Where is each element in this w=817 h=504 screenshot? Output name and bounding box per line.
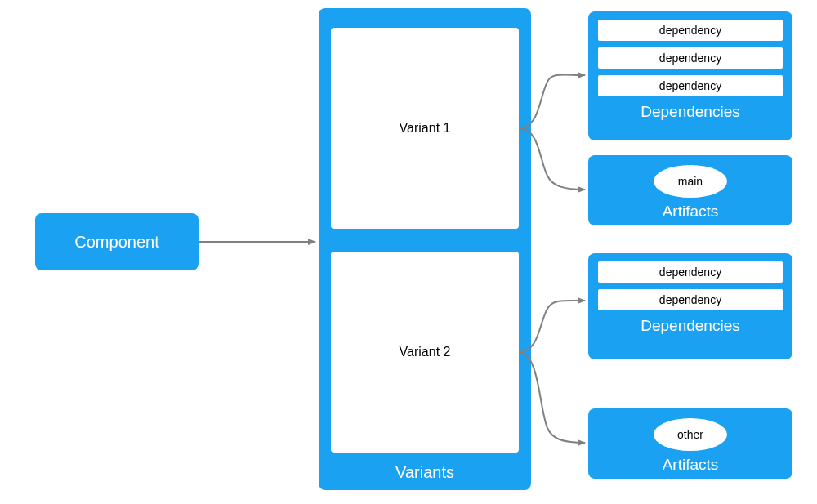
dependencies-1-label: Dependencies xyxy=(598,103,783,121)
dependency-item: dependency xyxy=(598,289,783,310)
artifact-main: main xyxy=(654,165,727,198)
variant-1-label: Variant 1 xyxy=(400,121,451,136)
dependencies-panel-2: dependency dependency Dependencies xyxy=(588,253,792,359)
artifacts-panel-1: main Artifacts xyxy=(588,155,792,225)
dependency-item: dependency xyxy=(598,20,783,41)
dependency-item: dependency xyxy=(598,75,783,96)
variant-card-2: Variant 2 xyxy=(331,252,519,453)
component-box: Component xyxy=(35,213,199,270)
dependencies-2-label: Dependencies xyxy=(598,317,783,335)
artifacts-panel-2: other Artifacts xyxy=(588,408,792,479)
variants-container: Variant 1 Variant 2 Variants xyxy=(319,8,531,490)
dependencies-panel-1: dependency dependency dependency Depende… xyxy=(588,11,792,140)
component-label: Component xyxy=(74,233,158,252)
artifact-other: other xyxy=(654,418,727,451)
variants-label: Variants xyxy=(319,463,531,482)
dependency-item: dependency xyxy=(598,47,783,69)
variant-2-label: Variant 2 xyxy=(400,345,451,359)
artifacts-2-label: Artifacts xyxy=(598,456,783,474)
artifacts-1-label: Artifacts xyxy=(598,203,783,221)
dependency-item: dependency xyxy=(598,261,783,283)
variant-card-1: Variant 1 xyxy=(331,28,519,229)
